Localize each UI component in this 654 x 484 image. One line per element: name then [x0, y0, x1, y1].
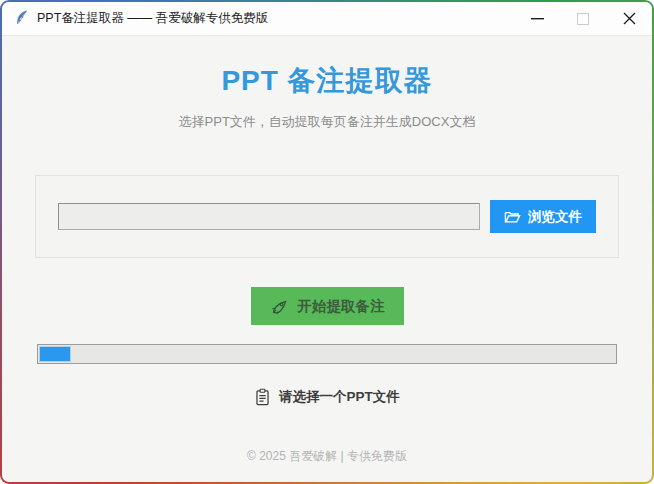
browse-files-button[interactable]: 浏览文件 — [490, 200, 596, 233]
status-message: 请选择一个PPT文件 — [279, 388, 400, 406]
folder-open-icon — [504, 209, 521, 224]
close-button[interactable] — [606, 2, 652, 36]
feather-icon — [15, 10, 29, 27]
close-icon — [623, 12, 636, 25]
file-path-input[interactable] — [58, 203, 480, 230]
rocket-icon — [270, 297, 289, 316]
clipboard-icon — [254, 388, 271, 406]
minimize-button[interactable] — [514, 2, 560, 36]
maximize-button[interactable] — [560, 2, 606, 36]
window-title: PPT备注提取器 —— 吾爱破解专供免费版 — [37, 10, 268, 27]
progress-chunk — [39, 346, 71, 362]
page-subtitle: 选择PPT文件，自动提取每页备注并生成DOCX文档 — [2, 113, 652, 131]
start-extract-label: 开始提取备注 — [298, 297, 385, 316]
main-content: PPT 备注提取器 选择PPT文件，自动提取每页备注并生成DOCX文档 浏览文件 — [2, 36, 652, 482]
start-extract-button[interactable]: 开始提取备注 — [251, 287, 404, 325]
footer-copyright: © 2025 吾爱破解 | 专供免费版 — [2, 448, 652, 465]
browse-files-label: 浏览文件 — [528, 208, 582, 226]
window-body: PPT备注提取器 —— 吾爱破解专供免费版 PPT 备注提取器 选择PPT文件， — [2, 2, 652, 482]
minimize-icon — [531, 12, 544, 25]
titlebar: PPT备注提取器 —— 吾爱破解专供免费版 — [2, 2, 652, 36]
maximize-icon — [577, 13, 589, 25]
app-window: PPT备注提取器 —— 吾爱破解专供免费版 PPT 备注提取器 选择PPT文件， — [0, 0, 654, 484]
progress-bar — [37, 344, 617, 364]
page-title: PPT 备注提取器 — [2, 62, 652, 100]
status-row: 请选择一个PPT文件 — [2, 388, 652, 406]
file-picker-panel: 浏览文件 — [35, 175, 619, 258]
